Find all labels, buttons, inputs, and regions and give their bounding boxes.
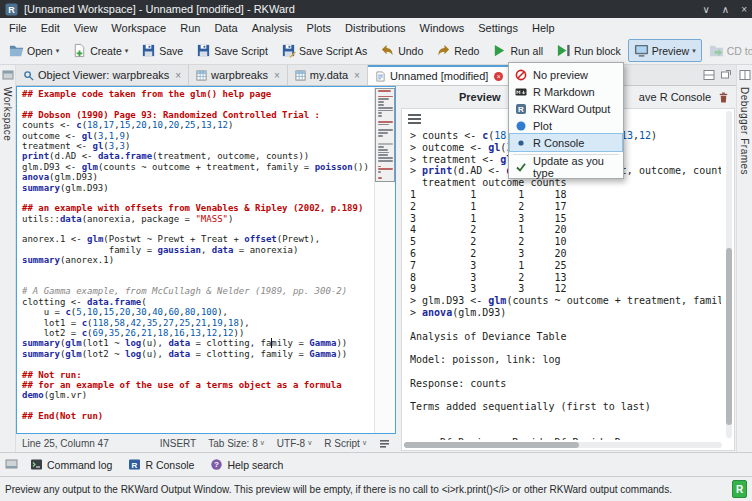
tab-unnamed-modified[interactable]: Unnamed [modified]× xyxy=(368,65,511,85)
console-line xyxy=(410,425,721,437)
run-block-icon xyxy=(556,43,571,58)
open-button[interactable]: Open▾ xyxy=(3,39,65,62)
run-all-button[interactable]: Run all xyxy=(486,39,549,62)
folder-open-icon xyxy=(9,43,24,58)
tab-label: Unnamed [modified] xyxy=(390,70,488,82)
tab-close-icon[interactable]: × xyxy=(175,70,181,81)
code-line: u = c(5,10,15,20,30,40,60,80,100), xyxy=(22,307,374,317)
svg-text:R: R xyxy=(518,105,524,114)
input-mode-button[interactable]: INSERT xyxy=(160,438,197,449)
debugger-frames-icon xyxy=(739,69,751,81)
preview-menu-item-update-as-you-type[interactable]: Update as you type xyxy=(510,158,622,175)
split-view-icon[interactable] xyxy=(703,69,715,81)
detach-icon[interactable] xyxy=(720,69,732,81)
scrollbar-thumb[interactable] xyxy=(726,248,732,425)
menubar: FileEditViewWorkspaceRunDataAnalysisPlot… xyxy=(0,18,752,37)
redo-button[interactable]: Redo xyxy=(430,39,485,62)
preview-menu-item-rkward-output[interactable]: RRKWard Output xyxy=(510,100,622,117)
markdown-icon xyxy=(515,86,527,98)
debugger-frames-tab[interactable]: Debugger Frames xyxy=(736,65,752,452)
cd-to-script-directory-label: CD to script directory xyxy=(727,45,752,57)
code-line: # A Gamma example, from McCullagh & Neld… xyxy=(22,286,374,296)
console-line: Model: poisson, link: log xyxy=(410,354,721,366)
undo-button[interactable]: Undo xyxy=(374,39,429,62)
tab-label: warpbreaks xyxy=(211,69,268,81)
console-line: 4 2 1 20 xyxy=(410,224,721,236)
text-caret xyxy=(271,338,272,348)
code-line: lot2 = c(69,35,26,21,18,16,13,12,12)) xyxy=(22,328,374,338)
tab-object-viewer-warpbreaks[interactable]: Object Viewer: warpbreaks× xyxy=(16,65,189,85)
menu-workspace[interactable]: Workspace xyxy=(104,20,173,36)
script-editor[interactable]: ## Example code taken from the glm() hel… xyxy=(16,86,396,434)
r-console-toolview-button[interactable]: RR Console xyxy=(124,456,198,473)
menu-analysis[interactable]: Analysis xyxy=(245,20,300,36)
tab-warpbreaks[interactable]: warpbreaks× xyxy=(189,65,288,85)
modified-close-icon[interactable]: × xyxy=(494,72,503,81)
tab-size-button[interactable]: Tab Size: 8∨ xyxy=(208,438,265,449)
help-search-toolview-button[interactable]: ?Help search xyxy=(206,456,287,473)
preview-menu-item-r-markdown[interactable]: R Markdown xyxy=(510,83,622,100)
console-line: Analysis of Deviance Table xyxy=(410,331,721,343)
trash-icon[interactable] xyxy=(717,91,730,104)
tab-my-data[interactable]: my.data× xyxy=(288,65,368,85)
svg-text:?: ? xyxy=(214,460,219,469)
cursor-position-label: Line 25, Column 47 xyxy=(22,438,109,449)
open-label: Open xyxy=(27,45,53,57)
console-vertical-scrollbar[interactable] xyxy=(726,111,732,438)
save-button[interactable]: Save xyxy=(135,39,189,62)
menu-run[interactable]: Run xyxy=(173,20,207,36)
undo-icon xyxy=(380,43,395,58)
editor-code-area[interactable]: ## Example code taken from the glm() hel… xyxy=(17,87,374,433)
save-script-button[interactable]: Save Script xyxy=(190,39,274,62)
preview-menu-item-no-preview[interactable]: No preview xyxy=(510,66,622,83)
dropdown-caret-icon: ▾ xyxy=(56,47,60,55)
preview-menu-item-plot[interactable]: Plot xyxy=(510,117,622,134)
help-search-icon: ? xyxy=(210,458,223,471)
minimize-button[interactable]: ∨ xyxy=(703,4,710,15)
preview-button[interactable]: Preview▾ xyxy=(628,39,702,62)
menu-data[interactable]: Data xyxy=(207,20,244,36)
code-line: ## End(Not run) xyxy=(22,411,374,421)
save-console-label[interactable]: ave R Console xyxy=(639,91,711,103)
menu-edit[interactable]: Edit xyxy=(34,20,67,36)
code-line: clotting <- data.frame( xyxy=(22,297,374,307)
save-script-as-button[interactable]: Save Script As xyxy=(275,39,373,62)
menu-file[interactable]: File xyxy=(2,20,34,36)
menu-distributions[interactable]: Distributions xyxy=(338,20,413,36)
window-buttons: ∨ ∧ × xyxy=(703,4,748,15)
code-line: summary(glm(lot1 ~ log(u), data = clotti… xyxy=(22,338,374,348)
editor-statusbar: Line 25, Column 47 INSERT Tab Size: 8∨ U… xyxy=(16,434,396,452)
maximize-button[interactable]: ∧ xyxy=(722,4,729,15)
filetype-button[interactable]: R Script∨ xyxy=(324,438,367,449)
encoding-button[interactable]: UTF-8∨ xyxy=(277,438,312,449)
code-line: outcome <- gl(3,1,9) xyxy=(22,131,374,141)
close-button[interactable]: × xyxy=(741,4,747,15)
statusbar-settings-icon[interactable] xyxy=(379,438,390,449)
minimap-view-region[interactable] xyxy=(375,88,395,182)
menu-plots[interactable]: Plots xyxy=(300,20,338,36)
code-line xyxy=(22,359,374,369)
tab-close-icon[interactable]: × xyxy=(274,70,280,81)
workspace-sidebar-tab[interactable]: Workspace xyxy=(0,65,16,452)
menu-windows[interactable]: Windows xyxy=(413,20,472,36)
scrollbar-thumb[interactable] xyxy=(404,442,579,448)
code-line: lot1 = c(118,58,42,35,27,25,21,19,18), xyxy=(22,318,374,328)
console-horizontal-scrollbar[interactable] xyxy=(404,442,722,448)
command-log-toolview-button[interactable]: Command log xyxy=(26,456,116,473)
menu-help[interactable]: Help xyxy=(525,20,562,36)
menu-settings[interactable]: Settings xyxy=(471,20,525,36)
run-block-button[interactable]: Run block xyxy=(550,39,627,62)
code-line: demo(glm.vr) xyxy=(22,390,374,400)
menu-view[interactable]: View xyxy=(67,20,105,36)
create-button[interactable]: Create▾ xyxy=(66,39,134,62)
code-line: utils::data(anorexia, package = "MASS") xyxy=(22,214,374,224)
tab-close-icon[interactable]: × xyxy=(354,70,360,81)
console-line xyxy=(410,413,721,425)
object-viewer-icon xyxy=(23,70,34,81)
hamburger-menu-icon[interactable] xyxy=(408,114,421,126)
save-icon xyxy=(196,43,211,58)
editor-minimap[interactable] xyxy=(374,87,395,433)
window-title: [Unnamed Workspace] - Unnamed [modified]… xyxy=(24,3,295,15)
preview-menu-item-r-console[interactable]: R Console xyxy=(510,134,622,151)
toolview-icon[interactable] xyxy=(5,458,18,471)
